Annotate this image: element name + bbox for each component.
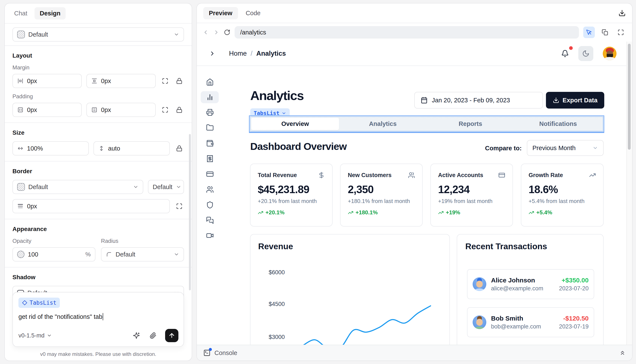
width-input[interactable]: 100%	[13, 141, 89, 156]
lock-padding-button[interactable]	[174, 105, 184, 114]
calendar-icon	[421, 97, 428, 104]
opacity-input[interactable]: 100 %	[13, 247, 95, 262]
margin-label: Margin	[13, 64, 184, 71]
selected-element-chip[interactable]: TabsList	[19, 298, 60, 308]
preview-scrollbar-thumb[interactable]	[628, 44, 631, 150]
sidebar-item-messages[interactable]	[206, 216, 214, 224]
console-bar[interactable]: Console	[197, 345, 632, 360]
opacity-unit: %	[85, 251, 91, 258]
v0-builder-window: Chat Design Default Layout Margin 0px	[0, 0, 636, 364]
sidebar-item-home[interactable]	[206, 78, 214, 86]
dark-mode-toggle[interactable]	[578, 46, 593, 61]
section-title: Dashboard Overview	[250, 140, 347, 152]
compare-label: Compare to:	[485, 145, 522, 152]
folder-icon	[206, 124, 214, 132]
lock-size-button[interactable]	[174, 144, 184, 153]
avatar	[473, 316, 486, 329]
export-data-button[interactable]: Export Data	[546, 92, 604, 108]
maximize-icon	[617, 29, 624, 36]
prompt-input[interactable]: get rid of the "notifications" tab	[19, 313, 102, 320]
forward-button[interactable]	[213, 29, 220, 36]
opacity-label: Opacity	[13, 238, 95, 244]
console-expand-button[interactable]	[619, 350, 626, 356]
border-side-select[interactable]: Default	[148, 180, 184, 194]
tab-notifications[interactable]: Notifications	[514, 118, 602, 130]
sidebar-item-security[interactable]	[206, 201, 214, 209]
sidebar-item-customers[interactable]	[206, 186, 214, 193]
copy-button[interactable]	[599, 26, 611, 38]
tab-reports[interactable]: Reports	[427, 118, 514, 130]
design-panel-tabs: Chat Design	[5, 4, 192, 24]
lock-margin-button[interactable]	[174, 76, 184, 86]
model-select[interactable]: v0-1.5-md	[19, 332, 52, 339]
expand-border-button[interactable]	[174, 202, 184, 211]
panel-scrollbar[interactable]	[189, 134, 191, 290]
sidebar-item-wallet[interactable]	[206, 140, 214, 147]
url-input[interactable]: /analytics	[235, 26, 579, 38]
refresh-button[interactable]	[224, 29, 230, 36]
preview-scrollbar-track[interactable]	[626, 42, 632, 360]
revenue-chart-card: Revenue $6000 $4500 $3000	[250, 234, 450, 361]
tab-preview[interactable]: Preview	[203, 7, 238, 19]
sidebar-item-video[interactable]	[206, 232, 214, 240]
notifications-button[interactable]	[561, 50, 569, 58]
y-tick-6000: $6000	[263, 269, 285, 276]
tab-design[interactable]: Design	[35, 7, 66, 20]
stat-card-new-customers: New Customers 2,350 +180.1% from last mo…	[340, 164, 423, 226]
sidebar-toggle-button[interactable]	[209, 50, 216, 57]
download-button[interactable]	[618, 10, 626, 17]
element-style-select[interactable]: Default	[13, 28, 184, 42]
recent-transactions-card: Recent Transactions Alice Johnson alice@…	[457, 234, 604, 361]
margin-x-input[interactable]: 0px	[13, 74, 82, 88]
radius-select[interactable]: Default	[101, 247, 184, 262]
chevron-down-icon	[133, 184, 138, 190]
padding-y-input[interactable]: 0px	[86, 103, 156, 117]
breadcrumb-home[interactable]: Home	[229, 50, 247, 58]
padding-label: Padding	[13, 93, 184, 100]
back-button[interactable]	[202, 29, 209, 36]
border-width-input[interactable]: 0px	[13, 199, 170, 213]
sidebar-item-files[interactable]	[206, 124, 214, 132]
shadow-title: Shadow	[13, 274, 184, 281]
y-tick-4500: $4500	[263, 301, 285, 308]
user-avatar[interactable]	[603, 47, 616, 60]
tab-chat[interactable]: Chat	[14, 10, 27, 17]
tab-overview[interactable]: Overview	[251, 118, 339, 130]
sidebar-item-analytics[interactable]	[206, 93, 214, 101]
sidebar-item-cards[interactable]	[206, 170, 214, 178]
send-button[interactable]	[165, 329, 178, 342]
tab-analytics[interactable]: Analytics	[339, 118, 427, 130]
compare-select[interactable]: Previous Month	[527, 140, 604, 156]
bar-chart-icon	[206, 93, 214, 101]
border-style-select[interactable]: Default	[13, 180, 143, 194]
fullscreen-button[interactable]	[615, 26, 626, 38]
padding-x-input[interactable]: 0px	[13, 103, 82, 117]
prompt-composer[interactable]: TabsList get rid of the "notifications" …	[13, 292, 184, 347]
layout-title: Layout	[13, 52, 184, 59]
dollar-icon	[318, 172, 325, 178]
chevrons-up-icon	[619, 350, 626, 356]
receipt-icon	[206, 155, 214, 162]
copy-icon	[602, 29, 608, 36]
breadcrumb-separator: /	[251, 50, 253, 58]
inspect-pointer-button[interactable]	[583, 26, 595, 38]
transaction-row-bob[interactable]: Bob Smith bob@example.com -$120.50 2023-…	[467, 307, 594, 337]
transaction-row-alice[interactable]: Alice Johnson alice@example.com +$350.00…	[467, 269, 594, 299]
enhance-prompt-button[interactable]	[132, 331, 141, 340]
sidebar-item-invoices[interactable]	[206, 108, 214, 116]
app-preview: Home / Analytics	[197, 42, 632, 360]
attach-file-button[interactable]	[148, 331, 158, 340]
height-input[interactable]: auto	[94, 141, 170, 156]
tabs-list-selected: Overview Analytics Reports Notifications	[249, 116, 604, 133]
transactions-title: Recent Transactions	[465, 242, 547, 251]
chevron-down-icon	[592, 145, 598, 151]
tab-code[interactable]: Code	[246, 10, 261, 17]
sidebar-item-receipts[interactable]	[206, 155, 214, 162]
date-range-picker[interactable]: Jan 20, 2023 - Feb 09, 2023	[414, 92, 543, 108]
margin-y-input[interactable]: 0px	[86, 74, 156, 88]
expand-margin-button[interactable]	[160, 76, 170, 86]
home-icon	[206, 78, 214, 86]
stat-card-active-accounts: Active Accounts 12,234 +19% from last mo…	[430, 164, 513, 226]
download-icon	[618, 10, 626, 17]
expand-padding-button[interactable]	[160, 105, 170, 114]
